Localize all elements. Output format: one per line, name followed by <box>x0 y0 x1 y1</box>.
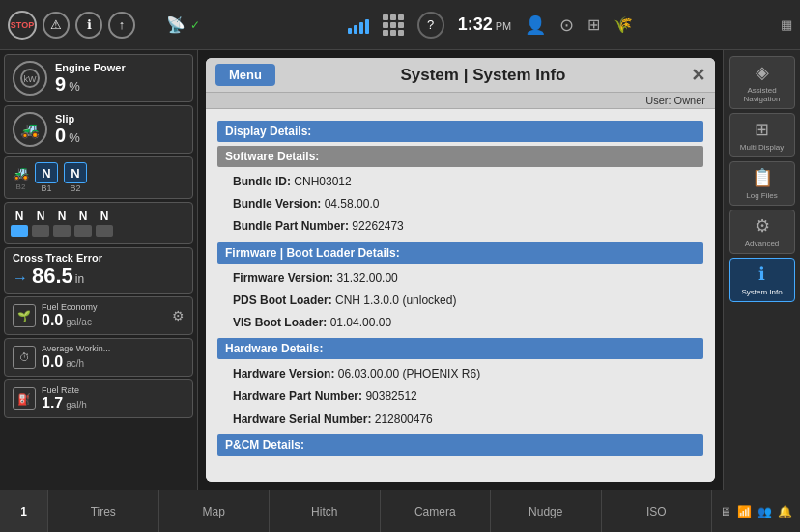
fuel-rate-value: 1.7 <box>42 395 63 412</box>
assisted-navigation-label: Assisted Navigation <box>734 86 790 103</box>
avg-working-card: ⏱ Average Workin... 0.0 ac/h <box>4 338 193 377</box>
pds-bootloader-row: PDS Boot Loader: CNH 1.3.0.0 (unlocked) <box>217 290 703 312</box>
hardware-part-value: 90382512 <box>365 389 416 403</box>
engine-svg: kW <box>19 68 41 89</box>
tab-1-label: 1 <box>20 505 27 518</box>
gear-b2-label: B2 <box>70 183 80 193</box>
gear-b2-box: N B2 <box>64 162 87 193</box>
vis-bootloader-label: VIS Boot Loader: <box>233 316 330 329</box>
tab-iso[interactable]: ISO <box>602 490 713 532</box>
tab-camera[interactable]: Camera <box>381 490 492 532</box>
signal-bars <box>348 16 369 34</box>
bundle-version-row: Bundle Version: 04.58.00.0 <box>217 193 703 215</box>
fuel-economy-unit: gal/ac <box>66 317 92 327</box>
firmware-version-value: 31.32.00.00 <box>336 271 397 285</box>
fuel-economy-settings[interactable]: ⚙ <box>172 308 185 323</box>
close-button[interactable]: ✕ <box>691 65 705 86</box>
panel-header: Menu System | System Info ✕ <box>206 58 715 93</box>
bottom-bar: 1 Tires Map Hitch Camera Nudge ISO 🖥 📶 👥… <box>0 490 800 532</box>
vis-bootloader-value: 01.04.00.00 <box>330 316 391 329</box>
tab-hitch[interactable]: Hitch <box>270 490 381 532</box>
vis-bootloader-row: VIS Boot Loader: 01.04.00.00 <box>217 312 703 334</box>
bundle-part-row: Bundle Part Number: 92262473 <box>217 215 703 238</box>
n-indicators-row: N N N N N <box>4 202 193 244</box>
bottom-icons: 🖥 📶 👥 🔔 <box>712 505 800 518</box>
warning-icon[interactable]: ⚠ <box>43 12 70 39</box>
left-sidebar: kW Engine Power 9 % 🚜 Slip 0 % <box>0 50 198 490</box>
hardware-part-row: Hardware Part Number: 90382512 <box>217 385 703 407</box>
tab-iso-label: ISO <box>646 505 667 518</box>
log-files-button[interactable]: 📋 Log Files <box>729 161 795 206</box>
field-icon: 🌾 <box>614 15 633 34</box>
cte-unit: in <box>75 272 84 286</box>
cte-info-left: Cross Track Error → 86.5 in <box>13 252 185 289</box>
bottom-icon-2: 📶 <box>737 505 752 518</box>
top-bar-right: ▦ <box>781 17 792 32</box>
settings-icon[interactable]: ⊙ <box>559 14 574 36</box>
hardware-details-header: Hardware Details: <box>217 338 703 359</box>
n-indicator-2: N <box>32 210 49 237</box>
system-info-icon: ℹ <box>758 264 765 285</box>
fuel-rate-card: ⛽ Fuel Rate 1.7 gal/h <box>4 379 193 418</box>
slip-card: 🚜 Slip 0 % <box>4 105 193 154</box>
up-arrow-icon[interactable]: ↑ <box>108 12 135 39</box>
hardware-part-label: Hardware Part Number: <box>233 389 365 403</box>
hardware-version-label: Hardware Version: <box>233 367 338 380</box>
satellite-icon: 📡 <box>166 15 186 34</box>
time-value: 1:32 <box>458 14 493 35</box>
menu-button[interactable]: Menu <box>215 64 275 86</box>
grid2-icon: ⊞ <box>587 15 600 34</box>
top-bar-left: STOP ⚠ ℹ ↑ <box>8 11 135 40</box>
bundle-id-label: Bundle ID: <box>233 175 294 188</box>
panel-body[interactable]: Display Details: Software Details: Bundl… <box>206 109 715 482</box>
bottom-icon-1: 🖥 <box>720 505 731 518</box>
n-indicator-3: N <box>53 210 71 237</box>
info-icon[interactable]: ℹ <box>75 12 102 39</box>
bundle-version-label: Bundle Version: <box>233 197 325 210</box>
tab-map[interactable]: Map <box>159 490 271 532</box>
fuel-rate-icon: ⛽ <box>13 387 36 410</box>
system-info-button[interactable]: ℹ System Info <box>729 258 795 302</box>
gear-b2-value: N <box>64 162 87 183</box>
fuel-economy-info: Fuel Economy 0.0 gal/ac <box>42 302 166 329</box>
panel-title: System | System Info <box>285 66 681 85</box>
multi-display-label: Multi Display <box>740 143 784 152</box>
tab-hitch-label: Hitch <box>311 505 337 518</box>
multi-display-button[interactable]: ⊞ Multi Display <box>729 113 795 157</box>
avg-working-icon: ⏱ <box>13 346 36 369</box>
pds-bootloader-label: PDS Boot Loader: <box>233 294 335 307</box>
avg-working-unit: ac/h <box>66 358 84 369</box>
slip-info: Slip 0 % <box>55 113 185 146</box>
tab-nudge-label: Nudge <box>529 505 562 518</box>
top-bar: STOP ⚠ ℹ ↑ 📡 ✓ ? 1:32 PM 👤 <box>0 0 800 50</box>
slip-icon: 🚜 <box>13 112 47 147</box>
advanced-icon: ⚙ <box>755 215 770 237</box>
fuel-rate-title: Fuel Rate <box>42 385 185 395</box>
tab-nudge[interactable]: Nudge <box>491 490 602 532</box>
gear-b1-value: N <box>35 162 58 183</box>
signal-bar-3 <box>359 22 363 34</box>
help-icon[interactable]: ? <box>417 12 444 39</box>
hardware-version-row: Hardware Version: 06.03.00.00 (PHOENIX R… <box>217 363 703 385</box>
firmware-version-label: Firmware Version: <box>233 271 336 285</box>
tab-tires[interactable]: Tires <box>48 490 159 532</box>
time-suffix: PM <box>496 20 512 32</box>
fuel-economy-card: 🌱 Fuel Economy 0.0 gal/ac ⚙ <box>4 296 193 335</box>
fuel-economy-title: Fuel Economy <box>42 302 166 312</box>
hardware-serial-row: Hardware Serial Number: 212800476 <box>217 408 703 431</box>
fuel-rate-info: Fuel Rate 1.7 gal/h <box>42 385 185 412</box>
pds-bootloader-value: CNH 1.3.0.0 (unlocked) <box>335 294 456 307</box>
grid-icon <box>383 14 404 36</box>
cte-value: 86.5 <box>32 264 73 289</box>
engine-power-icon: kW <box>13 61 47 96</box>
cte-title: Cross Track Error <box>13 252 185 264</box>
stop-button[interactable]: STOP <box>8 11 37 40</box>
tab-map-label: Map <box>203 505 225 518</box>
tab-1[interactable]: 1 <box>0 490 48 532</box>
engine-power-value: 9 <box>55 73 66 95</box>
assisted-navigation-button[interactable]: ◈ Assisted Navigation <box>729 56 795 109</box>
fuel-economy-icon: 🌱 <box>13 304 36 327</box>
user-label: User: Owner <box>645 95 705 106</box>
user-bar: User: Owner <box>206 93 715 109</box>
advanced-button[interactable]: ⚙ Advanced <box>729 210 795 254</box>
